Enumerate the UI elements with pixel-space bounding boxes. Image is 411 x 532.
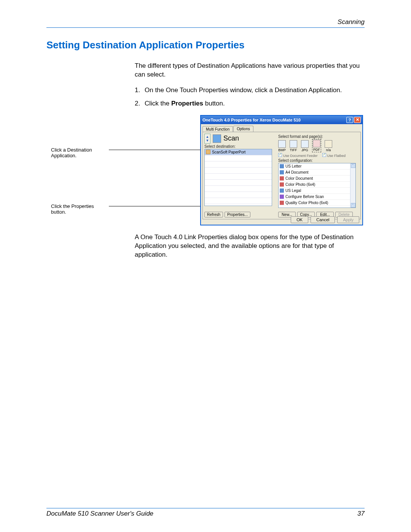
dest-item-paperport[interactable]: ScanSoft PaperPort — [205, 149, 272, 155]
footer-guide: DocuMate 510 Scanner User's Guide — [46, 510, 153, 518]
destination-list[interactable]: ScanSoft PaperPort — [204, 149, 272, 206]
use-flatbed-checkbox: Use Flatbed — [322, 153, 346, 158]
config-item[interactable]: Quality Color Photo (6x4) — [279, 200, 355, 206]
chapter-label: Scanning — [46, 18, 365, 27]
format-na[interactable]: n/a — [325, 140, 332, 152]
tabs: Multi Function Options — [201, 124, 362, 132]
format-row: BMP TIFF JPG PDF n/a — [278, 139, 357, 152]
step-2: 2. Click the Properties button. — [135, 99, 365, 108]
checkbox-icon — [278, 153, 282, 157]
dialog-title: OneTouch 4.0 Properties for Xerox DocuMa… — [202, 118, 301, 122]
format-pdf[interactable]: PDF — [312, 139, 321, 152]
properties-button[interactable]: Properties... — [225, 212, 250, 217]
bmp-icon — [278, 140, 286, 148]
footer: DocuMate 510 Scanner User's Guide 37 — [46, 508, 365, 518]
config-item[interactable]: Configure Before Scan — [279, 194, 355, 200]
tab-multi-function[interactable]: Multi Function — [202, 126, 233, 132]
configuration-list[interactable]: US Letter A4 Document Color Document Col… — [278, 163, 356, 208]
arrow-up-icon[interactable]: ▲ — [206, 135, 209, 139]
figure: Click a Destination Application. Click t… — [135, 115, 365, 226]
footer-rule — [46, 508, 365, 508]
list-item — [205, 168, 272, 174]
config-item[interactable]: US Legal — [279, 188, 355, 194]
callout-dest: Click a Destination Application. — [51, 147, 108, 159]
config-item[interactable]: Color Photo (6x4) — [279, 182, 355, 188]
scroll-down-icon[interactable]: ˅ — [351, 203, 355, 208]
onetouch-dialog: OneTouch 4.0 Properties for Xerox DocuMa… — [200, 115, 363, 225]
jpg-icon — [301, 140, 309, 148]
folder-icon — [206, 150, 210, 154]
list-item — [205, 155, 272, 161]
list-item — [205, 192, 272, 198]
config-item[interactable]: A4 Document — [279, 169, 355, 176]
select-config-label: Select configuration: — [278, 158, 357, 163]
use-feeder-checkbox[interactable]: Use Document Feeder — [278, 153, 318, 158]
list-item — [205, 174, 272, 180]
arrow-down-icon[interactable]: ▼ — [206, 139, 209, 142]
config-item[interactable]: Color Document — [279, 176, 355, 182]
tiff-icon — [290, 140, 297, 148]
dest-item-label: ScanSoft PaperPort — [212, 150, 245, 154]
step-2-number: 2. — [135, 99, 145, 108]
scroll-up-icon[interactable]: ˄ — [351, 163, 355, 168]
cancel-button[interactable]: Cancel — [311, 216, 335, 223]
step-1: 1. On the One Touch Properties window, c… — [135, 86, 365, 95]
close-button[interactable]: ✕ — [354, 117, 361, 123]
format-tiff[interactable]: TIFF — [290, 140, 297, 152]
step-1-text: On the One Touch Properties window, clic… — [145, 86, 365, 95]
callout-props: Click the Properties button. — [51, 203, 108, 215]
step-2-text: Click the Properties button. — [145, 99, 365, 108]
na-icon — [325, 140, 332, 148]
scrollbar[interactable]: ˄ ˅ — [350, 163, 355, 208]
after-paragraph: A One Touch 4.0 Link Properties dialog b… — [135, 233, 365, 259]
format-jpg[interactable]: JPG — [301, 140, 309, 152]
pdf-icon — [313, 140, 320, 147]
config-item[interactable]: US Letter — [279, 163, 355, 169]
ok-button[interactable]: OK — [291, 216, 308, 223]
header-rule — [46, 27, 365, 28]
callout-dest-line — [109, 150, 205, 150]
footer-page: 37 — [357, 510, 365, 518]
titlebar[interactable]: OneTouch 4.0 Properties for Xerox DocuMa… — [201, 116, 362, 124]
section-title: Setting Destination Application Properti… — [46, 39, 365, 51]
list-item — [205, 161, 272, 168]
list-item — [205, 180, 272, 186]
list-item — [205, 186, 272, 192]
intro-paragraph: The different types of Destination Appli… — [135, 62, 365, 79]
tab-options[interactable]: Options — [233, 126, 253, 132]
refresh-button[interactable]: Refresh — [204, 212, 223, 217]
select-format-label: Select format and page(s): — [278, 134, 357, 139]
scan-icon — [213, 134, 221, 143]
scan-label: Scan — [223, 134, 239, 142]
help-button[interactable]: ? — [346, 117, 353, 123]
format-bmp[interactable]: BMP — [278, 140, 286, 152]
step-1-number: 1. — [135, 86, 145, 95]
list-item — [205, 198, 272, 204]
checkbox-icon — [322, 153, 326, 157]
apply-button: Apply — [337, 216, 359, 223]
tab-panel: ▲ ▼ Scan Select destination: ScanSoft Pa… — [202, 132, 361, 219]
scan-stepper[interactable]: ▲ ▼ — [204, 134, 210, 144]
